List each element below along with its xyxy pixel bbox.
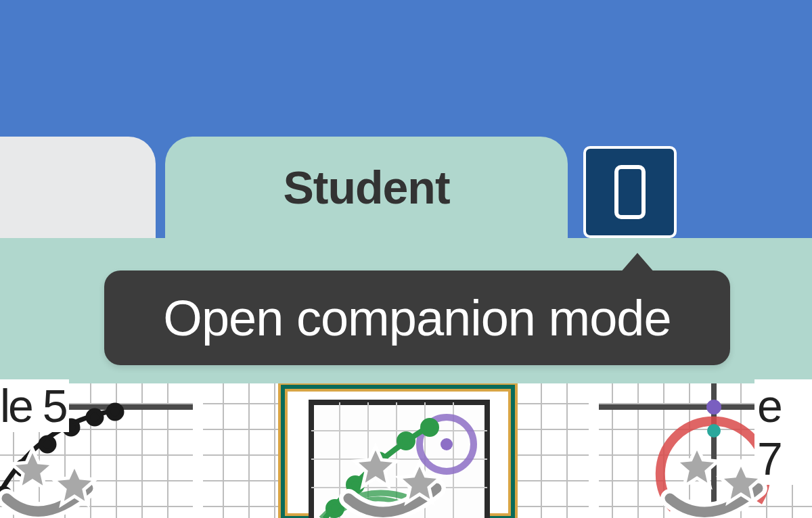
open-companion-mode-button[interactable] xyxy=(583,146,677,238)
badge-icon xyxy=(656,441,792,518)
student-card-left[interactable]: le 5 xyxy=(0,383,193,518)
badge-icon xyxy=(335,441,470,518)
companion-tooltip: Open companion mode xyxy=(104,270,730,365)
companion-tooltip-text: Open companion mode xyxy=(163,289,671,347)
phone-icon xyxy=(614,165,646,219)
badge-icon xyxy=(0,441,122,518)
card-left-label: le 5 xyxy=(0,379,69,432)
svg-point-18 xyxy=(108,405,122,419)
tab-teacher[interactable]: er xyxy=(0,137,156,238)
svg-point-63 xyxy=(707,424,721,438)
tab-student-label: Student xyxy=(283,161,449,214)
svg-point-46 xyxy=(423,421,436,434)
tab-student[interactable]: Student xyxy=(165,137,568,238)
svg-point-17 xyxy=(88,410,102,424)
svg-point-62 xyxy=(706,400,721,415)
student-card-middle[interactable] xyxy=(203,383,589,518)
student-card-right[interactable]: e 7 xyxy=(599,383,812,518)
